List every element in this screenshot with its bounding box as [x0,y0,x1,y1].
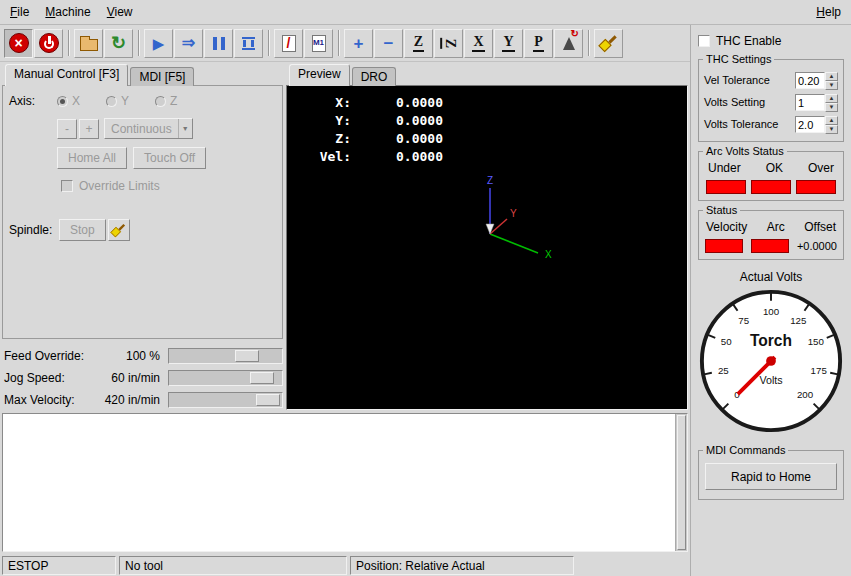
gauge-tick-125: 125 [790,315,806,326]
scrollbar-thumb[interactable] [677,415,686,550]
volts-setting-spinbox[interactable]: 1 ▲▼ [795,94,838,111]
brush-icon [600,35,617,52]
open-file-button[interactable] [74,29,103,58]
mdi-commands-group: MDI Commands Rapid to Home [698,450,844,500]
clear-plot-button[interactable] [594,29,623,58]
toolbar-separator [338,30,340,56]
estop-icon: × [9,33,29,53]
reload-button[interactable]: ↻ [104,29,133,58]
thc-panel: THC Enable THC Settings Vel Tolerance 0.… [690,25,851,576]
dro-x-value: 0.0000 [351,94,443,112]
jog-mode-select[interactable]: Continuous ▼ [104,118,193,139]
optional-pause-button[interactable]: M1 [304,29,333,58]
view-z-button[interactable]: Z [404,29,433,58]
home-all-button[interactable]: Home All [57,147,127,169]
pause-button[interactable] [204,29,233,58]
axis-x-radio[interactable]: X [57,94,80,108]
slider-thumb[interactable] [256,394,280,406]
arc-volts-status-title: Arc Volts Status [703,145,787,157]
view-perspective-button[interactable]: P [524,29,553,58]
rotate-view-button[interactable]: ↻ [554,29,583,58]
jog-speed-slider[interactable] [168,370,283,386]
spin-down-icon[interactable]: ▼ [825,81,838,90]
dro-y-label: Y: [303,112,351,130]
spin-down-icon[interactable]: ▼ [825,103,838,112]
spindle-brush-button[interactable] [108,219,130,241]
menu-file[interactable]: File [2,1,37,23]
x-axis-label: X [545,249,552,260]
spin-up-icon[interactable]: ▲ [825,72,838,81]
view-x-button[interactable]: X [464,29,493,58]
statusbar: ESTOP No tool Position: Relative Actual [0,554,690,576]
run-button[interactable]: ▶ [144,29,173,58]
arc-label: Arc [767,220,785,234]
jog-minus-button[interactable]: - [57,119,77,139]
machine-power-button[interactable] [34,29,63,58]
toolbar: × ↻ ▶ ⇒ [0,25,690,62]
menu-help[interactable]: Help [808,1,849,23]
view-y-button[interactable]: Y [494,29,523,58]
tab-dro[interactable]: DRO [352,67,397,86]
view-perspective-icon: P [533,35,544,52]
tab-preview[interactable]: Preview [289,64,350,86]
axis-z-radio[interactable]: Z [155,94,177,108]
torch-volts-gauge: 0 25 50 75 100 125 150 175 200 Torch Vol… [698,286,844,436]
dro-y-value: 0.0000 [351,112,443,130]
zoom-in-button[interactable]: + [344,29,373,58]
gauge-tick-50: 50 [721,336,732,347]
pause-icon [213,37,225,50]
estop-button[interactable]: × [4,29,33,58]
dro-vel-value: 0.0000 [351,148,443,166]
spin-up-icon[interactable]: ▲ [825,94,838,103]
axis-label: Axis: [9,94,57,108]
override-limits-checkbox[interactable] [61,180,73,192]
chevron-down-icon: ▼ [178,119,192,138]
gauge-tick-25: 25 [718,365,729,376]
scrollbar[interactable] [675,414,687,551]
max-velocity-label: Max Velocity: [2,393,98,407]
menu-machine[interactable]: Machine [37,1,98,23]
toolbar-separator [138,30,140,56]
axis-y-radio[interactable]: Y [106,94,129,108]
slider-thumb[interactable] [235,350,259,362]
skip-lines-button[interactable]: / [274,29,303,58]
tab-mdi[interactable]: MDI [F5] [130,67,194,86]
gcode-listing[interactable] [2,413,688,552]
status-estop: ESTOP [2,556,116,575]
stop-button[interactable] [234,29,263,58]
zoom-out-button[interactable]: − [374,29,403,58]
feed-override-slider[interactable] [168,348,283,364]
status-group: Status Velocity Arc Offset +0.0000 [698,210,844,260]
volts-setting-value[interactable]: 1 [795,94,825,111]
touch-off-button[interactable]: Touch Off [133,147,206,169]
view-x-icon: X [472,35,484,52]
tab-manual-control[interactable]: Manual Control [F3] [5,64,128,86]
spindle-label: Spindle: [9,223,57,237]
skip-lines-icon: / [282,35,296,52]
thc-enable-checkbox[interactable] [698,35,710,47]
step-icon: ⇒ [182,35,195,51]
vel-tolerance-value[interactable]: 0.20 [795,72,825,89]
view-z-rotated-button[interactable]: Z [434,29,463,58]
menu-view[interactable]: View [99,1,141,23]
gauge-tick-100: 100 [763,306,780,317]
view-y-icon: Y [502,35,514,52]
rotate-cone-icon: ↻ [563,37,575,50]
spin-down-icon[interactable]: ▼ [825,125,838,134]
vel-tolerance-spinbox[interactable]: 0.20 ▲▼ [795,72,838,89]
spindle-stop-button[interactable]: Stop [59,219,106,241]
radio-icon [57,96,68,107]
rapid-to-home-button[interactable]: Rapid to Home [705,463,837,490]
jog-plus-button[interactable]: + [79,119,99,139]
volts-tolerance-value[interactable]: 2.0 [795,116,825,133]
view-z-icon: Z [413,35,424,52]
gauge-tick-150: 150 [808,336,825,347]
max-velocity-slider[interactable] [168,392,283,408]
volts-tolerance-spinbox[interactable]: 2.0 ▲▼ [795,116,838,133]
spin-up-icon[interactable]: ▲ [825,116,838,125]
gcode-preview-canvas[interactable]: X:0.0000 Y:0.0000 Z:0.0000 Vel:0.0000 Z … [286,85,688,410]
step-button[interactable]: ⇒ [174,29,203,58]
ok-label: OK [766,161,783,175]
slider-thumb[interactable] [250,372,274,384]
offset-label: Offset [804,220,836,234]
